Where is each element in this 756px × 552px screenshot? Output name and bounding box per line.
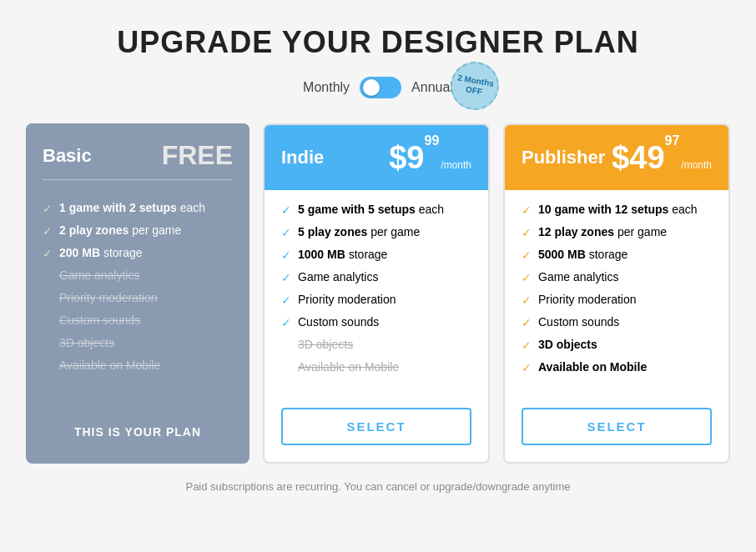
- publisher-price-period: /month: [681, 159, 712, 171]
- plan-indie: Indie $9 99 /month ✓ 5 game with 5 setup…: [263, 123, 490, 464]
- feature-text: Game analytics: [538, 270, 618, 284]
- check-icon: ✓: [522, 361, 532, 374]
- indie-price-main: $9: [389, 142, 424, 173]
- feature-text: 1 game with 2 setups each: [59, 201, 205, 214]
- feature-text-unavailable: Custom sounds: [59, 314, 140, 327]
- check-icon: ✓: [522, 248, 532, 262]
- check-icon: ✓: [522, 226, 532, 239]
- list-item: ✓ 12 play zones per game: [522, 225, 712, 239]
- list-item: ✓ 5000 MB storage: [522, 248, 712, 262]
- feature-text: Available on Mobile: [538, 360, 647, 374]
- plan-publisher: Publisher $49 97 /month ✓ 10 game with 1…: [503, 123, 730, 464]
- annual-label: Annual: [411, 80, 453, 95]
- feature-text: Custom sounds: [538, 315, 619, 329]
- indie-price-period: /month: [441, 159, 471, 171]
- indie-footer: SELECT: [265, 395, 488, 462]
- list-item: ✓ Custom sounds: [43, 314, 233, 328]
- feature-text-unavailable: Priority moderation: [59, 291, 158, 304]
- list-item: ✓ 5 game with 5 setups each: [281, 203, 471, 217]
- feature-text: 200 MB storage: [59, 246, 143, 259]
- indie-select-button[interactable]: SELECT: [281, 408, 471, 445]
- check-icon: ✓: [522, 271, 532, 284]
- indie-plan-name: Indie: [281, 147, 324, 168]
- feature-text: 1000 MB storage: [298, 248, 387, 261]
- monthly-label: Monthly: [303, 80, 350, 95]
- disclaimer-text: Paid subscriptions are recurring. You ca…: [185, 480, 570, 493]
- basic-header: Basic FREE: [26, 123, 249, 179]
- basic-features: ✓ 1 game with 2 setups each ✓ 2 play zon…: [26, 188, 249, 404]
- indie-price-block: $9 99 /month: [389, 142, 471, 173]
- publisher-select-button[interactable]: SELECT: [522, 408, 712, 445]
- toggle-knob: [363, 79, 380, 96]
- list-item: ✓ Game analytics: [522, 270, 712, 284]
- page-title: UPGRADE YOUR DESIGNER PLAN: [117, 25, 638, 60]
- plan-basic: Basic FREE ✓ 1 game with 2 setups each ✓…: [26, 123, 249, 464]
- list-item: ✓ 5 play zones per game: [281, 225, 471, 239]
- feature-text: 5 play zones per game: [298, 225, 420, 238]
- feature-text-unavailable: 3D objects: [59, 336, 114, 349]
- feature-text-unavailable: Available on Mobile: [298, 360, 399, 374]
- publisher-price-cents: 97: [665, 133, 680, 148]
- list-item: ✓ Custom sounds: [281, 315, 471, 329]
- list-item: ✓ Priority moderation: [522, 293, 712, 307]
- list-item: ✓ 1000 MB storage: [281, 248, 471, 262]
- list-item: ✓ Game analytics: [43, 268, 233, 283]
- indie-price-cents: 99: [425, 133, 440, 148]
- basic-plan-price: FREE: [162, 140, 233, 171]
- list-item: ✓ Available on Mobile: [281, 360, 471, 374]
- publisher-header: Publisher $49 97 /month: [505, 125, 728, 190]
- publisher-plan-name: Publisher: [522, 147, 605, 168]
- feature-text: 3D objects: [538, 338, 597, 351]
- list-item: ✓ Custom sounds: [522, 315, 712, 329]
- list-item: ✓ Priority moderation: [43, 291, 233, 305]
- publisher-features: ✓ 10 game with 12 setups each ✓ 12 play …: [505, 190, 728, 395]
- check-icon: ✓: [43, 224, 53, 238]
- check-icon: ✓: [281, 316, 291, 329]
- list-item: ✓ 10 game with 12 setups each: [522, 203, 712, 217]
- feature-text: Custom sounds: [298, 315, 379, 329]
- check-icon: ✓: [522, 316, 532, 329]
- feature-text: 5 game with 5 setups each: [298, 203, 444, 216]
- promo-badge: 2 Months OFF: [446, 58, 502, 113]
- check-icon: ✓: [522, 203, 532, 217]
- feature-text: Game analytics: [298, 270, 378, 284]
- basic-footer: THIS IS YOUR PLAN: [26, 404, 249, 464]
- publisher-footer: SELECT: [505, 395, 728, 462]
- check-icon: ✓: [281, 248, 291, 262]
- indie-features: ✓ 5 game with 5 setups each ✓ 5 play zon…: [265, 190, 488, 395]
- check-icon: ✓: [43, 202, 53, 215]
- feature-text: 2 play zones per game: [59, 223, 181, 237]
- list-item: ✓ 3D objects: [281, 338, 471, 352]
- feature-text-unavailable: 3D objects: [298, 338, 353, 351]
- list-item: ✓ Game analytics: [281, 270, 471, 284]
- publisher-price-main: $49: [612, 142, 664, 173]
- billing-toggle-switch[interactable]: [360, 77, 401, 98]
- check-icon: ✓: [522, 339, 532, 352]
- feature-text: 12 play zones per game: [538, 225, 667, 238]
- list-item: ✓ Available on Mobile: [43, 359, 233, 373]
- list-item: ✓ 200 MB storage: [43, 246, 233, 260]
- list-item: ✓ 1 game with 2 setups each: [43, 201, 233, 215]
- check-icon: ✓: [281, 226, 291, 239]
- list-item: ✓ 3D objects: [43, 336, 233, 350]
- indie-header: Indie $9 99 /month: [265, 125, 488, 190]
- feature-text: 5000 MB storage: [538, 248, 627, 261]
- feature-text: 10 game with 12 setups each: [538, 203, 698, 216]
- billing-toggle-container: Monthly Annual 2 Months OFF: [303, 77, 453, 98]
- check-icon: ✓: [522, 294, 532, 307]
- plans-container: Basic FREE ✓ 1 game with 2 setups each ✓…: [19, 123, 737, 464]
- check-icon: ✓: [281, 203, 291, 217]
- feature-text: Priority moderation: [538, 293, 637, 306]
- check-icon: ✓: [43, 247, 53, 260]
- feature-text-unavailable: Available on Mobile: [59, 359, 160, 372]
- basic-plan-name: Basic: [43, 145, 92, 167]
- check-icon: ✓: [281, 294, 291, 307]
- list-item: ✓ Available on Mobile: [522, 360, 712, 374]
- publisher-price-block: $49 97 /month: [612, 142, 712, 173]
- feature-text: Priority moderation: [298, 293, 396, 306]
- check-icon: ✓: [281, 271, 291, 284]
- list-item: ✓ 2 play zones per game: [43, 223, 233, 238]
- list-item: ✓ 3D objects: [522, 338, 712, 352]
- feature-text-unavailable: Game analytics: [59, 268, 139, 282]
- list-item: ✓ Priority moderation: [281, 293, 471, 307]
